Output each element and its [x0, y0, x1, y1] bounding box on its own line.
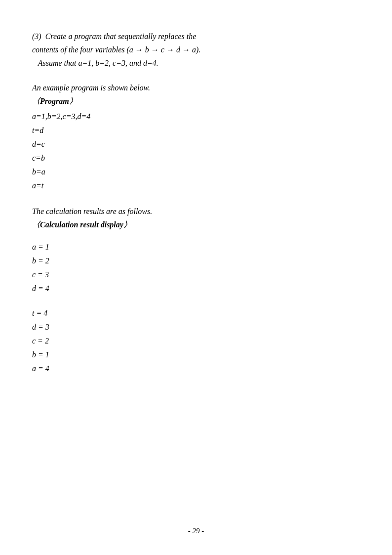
program-label: 〈Program〉 — [32, 96, 360, 107]
problem-text-line3: Assume that a=1, b=2, c=3, and d=4. — [38, 59, 158, 67]
result-d-initial: d = 4 — [32, 282, 360, 296]
result-b-final: b = 1 — [32, 348, 360, 362]
page: (3) Create a program that sequentially r… — [0, 0, 392, 555]
result-d-final: d = 3 — [32, 320, 360, 334]
code-line-2: t=d — [32, 124, 360, 137]
code-line-4: c=b — [32, 151, 360, 165]
result-c-initial: c = 3 — [32, 268, 360, 282]
problem-text-line2: contents of the four variables (a → b → … — [32, 45, 200, 54]
example-intro: An example program is shown below. — [32, 81, 360, 94]
final-results: t = 4 d = 3 c = 2 b = 1 a = 4 — [32, 306, 360, 376]
problem-text-line1: Create a program that sequentially repla… — [45, 32, 196, 41]
code-line-3: d=c — [32, 137, 360, 151]
result-t-final: t = 4 — [32, 306, 360, 320]
problem-number: (3) — [32, 32, 41, 41]
result-b-initial: b = 2 — [32, 254, 360, 268]
code-line-5: b=a — [32, 165, 360, 179]
code-block: a=1,b=2,c=3,d=4 t=d d=c c=b b=a a=t — [32, 110, 360, 193]
code-line-1: a=1,b=2,c=3,d=4 — [32, 110, 360, 124]
result-a-final: a = 4 — [32, 362, 360, 376]
initial-results: a = 1 b = 2 c = 3 d = 4 — [32, 240, 360, 296]
problem-statement: (3) Create a program that sequentially r… — [32, 30, 360, 70]
result-a-initial: a = 1 — [32, 240, 360, 254]
calc-intro: The calculation results are as follows. — [32, 205, 360, 218]
result-c-final: c = 2 — [32, 334, 360, 348]
code-line-6: a=t — [32, 179, 360, 193]
calc-label: 〈Calculation result display〉 — [32, 220, 360, 230]
page-number: - 29 - — [188, 527, 204, 535]
